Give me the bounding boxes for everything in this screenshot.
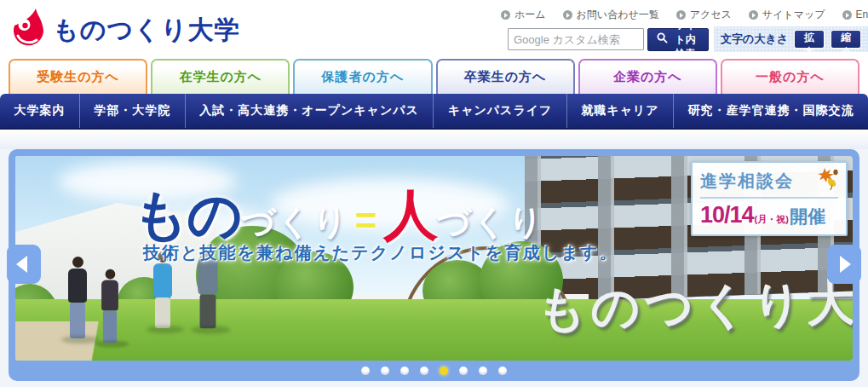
carousel-dot[interactable] [459, 367, 468, 375]
event-suffix: 開催 [790, 205, 825, 228]
campus-sign-letters: ものつくり大 [536, 270, 853, 343]
main-nav-item-1[interactable]: 大学案内 [0, 94, 79, 128]
audience-tab-5[interactable]: 企業の方へ [578, 59, 717, 94]
audience-tab-label: 一般の方へ [756, 69, 825, 85]
headline-zukuri1: づくり [241, 199, 348, 245]
hero-slide-photo: ものつくり大 [15, 156, 853, 361]
autumn-leaves-icon [816, 167, 838, 194]
audience-tab-label: 受験生の方へ [37, 69, 119, 85]
circle-arrow-icon [501, 10, 510, 20]
logo-mark-icon [10, 7, 46, 53]
utility-link-label: サイトマップ [762, 8, 825, 22]
headline-equals: = [355, 199, 377, 242]
person-figure [101, 269, 118, 343]
carousel-next-button[interactable] [827, 245, 861, 284]
audience-tabs: 受験生の方へ在学生の方へ保護者の方へ卒業生の方へ企業の方へ一般の方へ [9, 59, 859, 94]
utility-link-label: お問い合わせ一覧 [577, 8, 659, 22]
search-row: サイト内検索 文字の大きさ 拡大 縮小 [508, 26, 868, 52]
carousel-dot[interactable] [361, 367, 370, 375]
hero-subheadline: 技術と技能を兼ね備えたテクノロジストを育成します。 [143, 241, 618, 264]
headline-zukuri2: づくり [437, 199, 544, 245]
font-enlarge-button[interactable]: 拡大 [794, 30, 825, 49]
main-nav-item-6[interactable]: 研究・産学官連携・国際交流 [673, 94, 868, 128]
carousel-dot[interactable] [420, 367, 428, 375]
search-icon [657, 32, 668, 46]
circle-arrow-icon [749, 10, 758, 20]
site-header: ものつくり大学 ホームお問い合わせ一覧アクセスサイトマップEnglish サイト… [0, 0, 868, 58]
search-button-label: サイト内検索 [671, 18, 699, 61]
badge-divider [700, 197, 838, 199]
audience-tab-3[interactable]: 保護者の方へ [293, 59, 432, 94]
audience-tab-1[interactable]: 受験生の方へ [9, 59, 147, 94]
main-nav-item-5[interactable]: 就職キャリア [566, 94, 673, 128]
main-nav-item-2[interactable]: 学部・大学院 [79, 94, 185, 128]
hero-carousel: ものつくり大 [9, 149, 859, 381]
font-size-label: 文字の大きさ [721, 32, 788, 47]
utility-link-1[interactable]: ホーム [501, 8, 546, 22]
main-nav-item-3[interactable]: 入試・高大連携・オープンキャンパス [185, 94, 434, 128]
nav-fade-strip [0, 130, 868, 149]
utility-link-4[interactable]: サイトマップ [749, 8, 825, 22]
font-size-panel: 文字の大きさ 拡大 縮小 [714, 26, 868, 52]
utility-link-5[interactable]: English [842, 9, 868, 20]
utility-link-label: ホーム [514, 8, 546, 22]
main-nav-item-4[interactable]: キャンパスライフ [433, 94, 566, 128]
carousel-prev-button[interactable] [7, 245, 41, 284]
event-date-note: (月・祝) [755, 213, 789, 226]
page: ものつくり大学 ホームお問い合わせ一覧アクセスサイトマップEnglish サイト… [0, 0, 868, 387]
utility-link-label: English [856, 9, 868, 20]
font-shrink-button[interactable]: 縮小 [831, 30, 861, 49]
carousel-dot[interactable] [400, 367, 409, 375]
carousel-dot[interactable] [498, 367, 507, 375]
circle-arrow-icon [563, 10, 572, 20]
audience-tab-4[interactable]: 卒業生の方へ [436, 59, 575, 94]
search-input[interactable] [508, 28, 644, 50]
event-badge[interactable]: 進学相談会 10/14 (月・祝) 開催 [691, 161, 848, 236]
audience-tab-6[interactable]: 一般の方へ [721, 59, 859, 94]
site-search-button[interactable]: サイト内検索 [647, 28, 709, 51]
audience-tab-label: 卒業生の方へ [464, 69, 547, 85]
carousel-dot[interactable] [479, 367, 487, 375]
utility-link-2[interactable]: お問い合わせ一覧 [563, 8, 659, 22]
site-logo[interactable]: ものつくり大学 [10, 7, 241, 53]
audience-tab-label: 在学生の方へ [179, 69, 262, 85]
carousel-dot-active[interactable] [440, 367, 448, 375]
person-figure [68, 257, 87, 338]
event-badge-title: 進学相談会 [700, 170, 794, 193]
carousel-dot-bar [15, 361, 853, 381]
main-nav: 大学案内学部・大学院入試・高大連携・オープンキャンパスキャンパスライフ就職キャリ… [0, 94, 868, 130]
audience-tab-label: 企業の方へ [613, 69, 682, 85]
audience-tab-label: 保護者の方へ [322, 69, 405, 85]
event-date: 10/14 [700, 202, 754, 228]
circle-arrow-icon [842, 10, 852, 20]
logo-text: ものつくり大学 [53, 13, 241, 48]
carousel-dot[interactable] [381, 367, 389, 375]
audience-tab-2[interactable]: 在学生の方へ [151, 59, 290, 94]
